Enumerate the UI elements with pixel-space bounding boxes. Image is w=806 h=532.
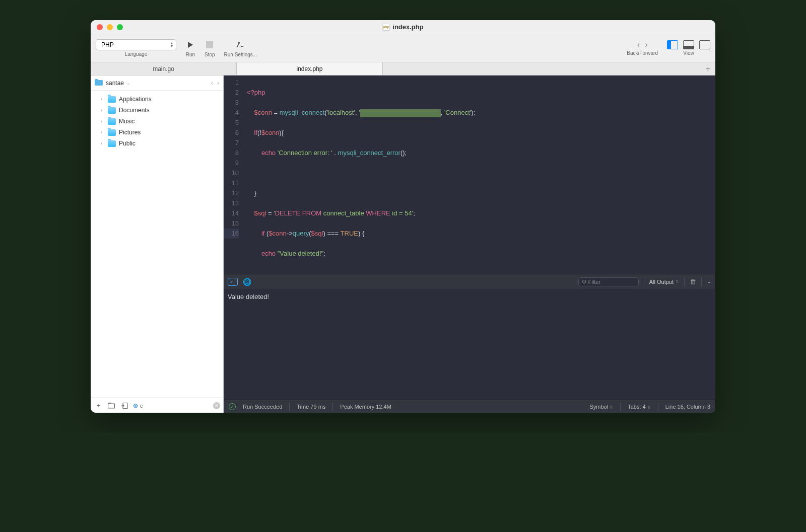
- minimize-window-button[interactable]: [107, 24, 113, 30]
- ide-window: php index.php PHP ▴▾ Language Run Stop: [91, 20, 715, 413]
- tree-item-music[interactable]: ›Music: [91, 116, 223, 127]
- run-group: Run: [185, 39, 195, 57]
- stop-label: Stop: [205, 52, 215, 57]
- chevron-right-icon: ›: [101, 108, 105, 113]
- line-number: 8: [224, 148, 239, 158]
- line-number: 11: [224, 178, 239, 188]
- updown-icon: ⇅: [676, 280, 679, 283]
- line-number: 9: [224, 158, 239, 168]
- tree-item-applications[interactable]: ›Applications: [91, 94, 223, 105]
- line-number: 12: [224, 188, 239, 198]
- gutter: 1 2 3 4 5 6 7 8 9 10 11 12 13 14 15 16: [224, 75, 244, 274]
- tree-item-label: Public: [119, 140, 136, 147]
- code-body[interactable]: <?php $conn = mysqli_connect('localhost'…: [244, 75, 715, 274]
- line-number: 15: [224, 218, 239, 229]
- run-settings-button[interactable]: [235, 40, 245, 50]
- line-number: 2: [224, 88, 239, 98]
- globe-icon[interactable]: 🌐: [243, 278, 251, 286]
- line-number: 3: [224, 98, 239, 108]
- line-number: 4: [224, 108, 239, 118]
- run-status: Run Succeeded: [243, 404, 282, 410]
- tree-item-documents[interactable]: ›Documents: [91, 105, 223, 116]
- path-back-button[interactable]: ‹: [211, 80, 213, 87]
- folder-icon: [108, 96, 116, 103]
- folder-icon: [108, 118, 116, 125]
- tree-item-label: Applications: [119, 96, 152, 103]
- line-number: 16: [224, 229, 239, 239]
- tree-item-public[interactable]: ›Public: [91, 138, 223, 149]
- status-bar: ✓ Run Succeeded Time 79 ms Peak Memory 1…: [224, 400, 715, 413]
- run-time: Time 79 ms: [297, 404, 325, 410]
- clear-search-button[interactable]: ✕: [213, 402, 220, 409]
- path-bar[interactable]: santae ⌵ ‹ ›: [91, 75, 223, 91]
- tab-index-php[interactable]: index.php: [237, 62, 383, 75]
- line-number: 1: [224, 78, 239, 88]
- path-forward-button[interactable]: ›: [217, 80, 219, 87]
- output-filter-select[interactable]: All Output ⇅: [649, 279, 679, 285]
- path-dropdown-icon[interactable]: ⌵: [127, 81, 129, 86]
- filter-icon: ⊜: [133, 402, 138, 409]
- language-select[interactable]: PHP ▴▾: [96, 39, 176, 50]
- language-label: Language: [125, 51, 148, 57]
- collapse-console-button[interactable]: ⌄: [707, 278, 711, 285]
- stop-button[interactable]: [205, 40, 215, 50]
- tree-item-label: Music: [119, 118, 135, 125]
- tab-filler: +: [383, 62, 715, 75]
- run-settings-label: Run Settings...: [224, 52, 257, 57]
- run-label: Run: [186, 52, 195, 57]
- filter-input[interactable]: ⊜ Filter: [578, 277, 639, 286]
- redacted-credentials: [360, 109, 441, 117]
- traffic-lights: [97, 24, 123, 30]
- maximize-window-button[interactable]: [117, 24, 123, 30]
- tree-item-label: Documents: [119, 107, 150, 114]
- close-window-button[interactable]: [97, 24, 103, 30]
- filter-icon: ⊜: [582, 278, 586, 285]
- line-number: 7: [224, 138, 239, 148]
- add-button[interactable]: +: [94, 401, 103, 410]
- toolbar: PHP ▴▾ Language Run Stop Run Settings...: [91, 34, 715, 62]
- symbol-select[interactable]: Symbol ⇅: [589, 404, 613, 410]
- console-icon[interactable]: >_: [228, 278, 238, 286]
- console-output[interactable]: Value deleted!: [224, 289, 715, 400]
- run-button[interactable]: [185, 40, 195, 50]
- chevron-right-icon: ›: [101, 141, 105, 146]
- add-tab-button[interactable]: +: [706, 64, 710, 73]
- reveal-button[interactable]: [120, 401, 129, 410]
- sidebar: santae ⌵ ‹ › ›Applications ›Documents ›M…: [91, 75, 224, 413]
- window-title-text: index.php: [392, 23, 423, 31]
- console-view-button[interactable]: [683, 40, 694, 49]
- tab-main-go[interactable]: main.go: [91, 62, 237, 75]
- plain-view-button[interactable]: [699, 40, 710, 49]
- php-file-icon: php: [382, 24, 389, 31]
- line-number: 14: [224, 208, 239, 218]
- sidebar-view-button[interactable]: [667, 40, 678, 49]
- clear-console-button[interactable]: 🗑: [690, 278, 696, 285]
- chevron-right-icon: ›: [101, 130, 105, 135]
- stop-group: Stop: [205, 39, 215, 57]
- run-settings-group: Run Settings...: [224, 39, 257, 57]
- forward-button[interactable]: ›: [645, 40, 647, 49]
- view-label: View: [683, 50, 694, 56]
- new-folder-button[interactable]: [107, 401, 116, 410]
- console-toolbar: >_ 🌐 ⊜ Filter All Output ⇅ 🗑 ⌄: [224, 274, 715, 289]
- tabs-select[interactable]: Tabs: 4 ⇅: [628, 404, 651, 410]
- folder-icon: [108, 140, 116, 147]
- line-number: 6: [224, 128, 239, 138]
- tree-item-pictures[interactable]: ›Pictures: [91, 127, 223, 138]
- chevron-right-icon: ›: [101, 97, 105, 102]
- run-memory: Peak Memory 12.4M: [340, 404, 391, 410]
- divider: [701, 277, 702, 286]
- folder-icon: [108, 129, 116, 136]
- line-number: 10: [224, 168, 239, 178]
- sidebar-search[interactable]: ⊜ c: [133, 401, 209, 410]
- code-editor[interactable]: 1 2 3 4 5 6 7 8 9 10 11 12 13 14 15 16: [224, 75, 715, 274]
- line-number: 13: [224, 198, 239, 208]
- nav-group: ‹ › Back/Forward: [627, 40, 658, 56]
- back-button[interactable]: ‹: [637, 40, 640, 49]
- language-value: PHP: [101, 41, 114, 48]
- console-output-text: Value deleted!: [228, 293, 269, 300]
- line-number: 5: [224, 118, 239, 128]
- file-tree: ›Applications ›Documents ›Music ›Picture…: [91, 91, 223, 398]
- editor-area: 1 2 3 4 5 6 7 8 9 10 11 12 13 14 15 16: [224, 75, 715, 413]
- tab-bar: main.go index.php +: [91, 62, 715, 75]
